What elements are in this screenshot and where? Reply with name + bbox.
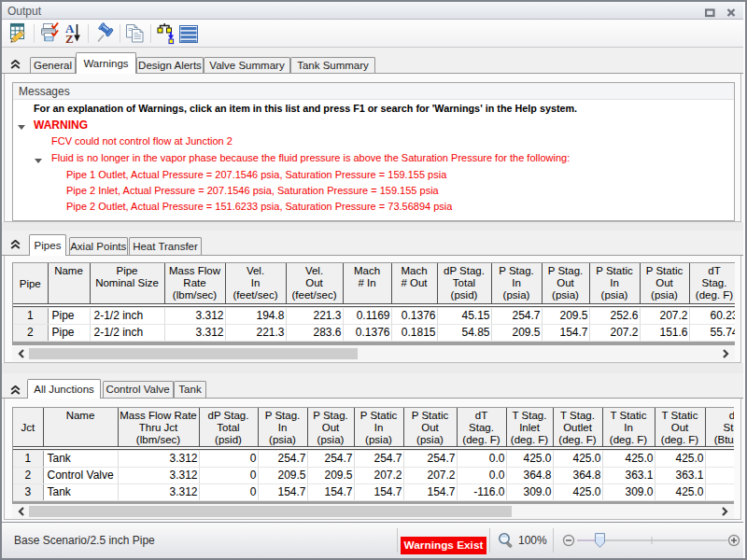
svg-text:Z: Z	[65, 32, 74, 46]
